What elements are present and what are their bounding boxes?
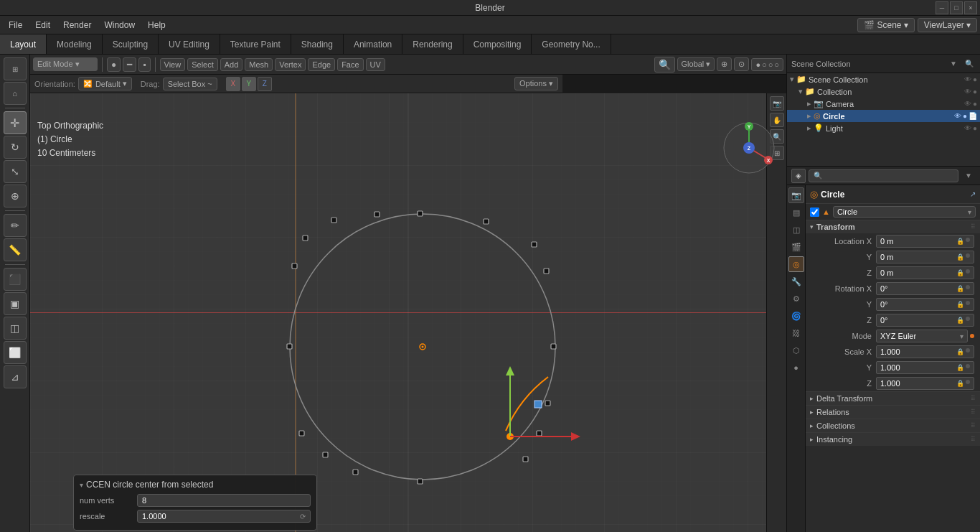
menu-window[interactable]: Window [98, 19, 141, 32]
camera-icon[interactable]: 📷 [770, 96, 784, 111]
properties-icon-btn[interactable]: ◈ [791, 169, 806, 183]
drag-dropdown[interactable]: Select Box ~ [163, 78, 217, 90]
minimize-button[interactable]: ─ [936, 1, 948, 14]
location-y-field[interactable]: 0 m 🔒 [876, 251, 974, 263]
view-mode-btn[interactable]: ⊞ [4, 57, 27, 80]
rotate-tool[interactable]: ↻ [4, 136, 27, 159]
scale-y-field[interactable]: 1.000 🔒 [876, 361, 974, 374]
relations-header[interactable]: ▸ Relations ⠿ [806, 406, 980, 419]
mesh-visibility-check[interactable] [810, 207, 819, 217]
viewport-shading[interactable]: 🔍 [654, 57, 675, 73]
tab-shading[interactable]: Shading [291, 34, 344, 54]
uv-menu[interactable]: UV [366, 58, 385, 71]
prop-view-layer-icon[interactable]: ◫ [788, 222, 804, 238]
properties-search[interactable]: 🔍 [809, 169, 958, 182]
location-z-field[interactable]: 0 m 🔒 [876, 266, 974, 279]
rotation-mode-dropdown[interactable]: XYZ Euler ▾ [876, 330, 968, 342]
bevel-tool[interactable]: ◫ [4, 317, 27, 340]
edit-mode-dropdown[interactable]: Edit Mode ▾ [33, 57, 98, 71]
menu-render[interactable]: Render [57, 19, 97, 32]
vertex-menu[interactable]: Vertex [275, 58, 306, 71]
num-verts-field[interactable]: 8 [137, 494, 311, 507]
tab-layout[interactable]: Layout [0, 34, 47, 54]
loop-cut-tool[interactable]: ⬜ [4, 341, 27, 364]
add-menu[interactable]: Add [220, 58, 243, 71]
vertex-select-btn[interactable]: ● [107, 57, 121, 72]
prop-object-icon[interactable]: ◎ [788, 256, 804, 272]
transform-header[interactable]: ▾ Transform ⠿ [806, 220, 980, 233]
tab-modeling[interactable]: Modeling [47, 34, 103, 54]
outliner-light[interactable]: ▸ 💡 Light 👁 ● [787, 122, 980, 134]
proportional-edit[interactable]: ⊙ [734, 57, 749, 71]
prop-physics-icon[interactable]: 🌀 [788, 308, 804, 324]
view-type-btn[interactable]: ⌂ [4, 82, 27, 105]
hand-icon[interactable]: ✋ [770, 113, 784, 127]
scale-tool[interactable]: ⤡ [4, 160, 27, 183]
tab-geometry-nodes[interactable]: Geometry No... [532, 34, 611, 54]
mesh-menu[interactable]: Mesh [245, 58, 273, 71]
delta-transform-header[interactable]: ▸ Delta Transform ⠿ [806, 392, 980, 405]
object-link-btn[interactable]: ↗ [970, 190, 976, 198]
outliner-filter-btn[interactable]: ▼ [947, 57, 960, 70]
menu-file[interactable]: File [3, 19, 28, 32]
scale-z-field[interactable]: 1.000 🔒 [876, 377, 974, 390]
rotation-x-field[interactable]: 0° 🔒 [876, 282, 974, 295]
menu-help[interactable]: Help [142, 19, 171, 32]
extrude-tool[interactable]: ⬛ [4, 268, 27, 291]
prop-output-icon[interactable]: ▤ [788, 205, 804, 220]
edge-select-btn[interactable]: ━ [123, 57, 136, 72]
grid-icon[interactable]: ⊞ [770, 146, 784, 160]
rotation-y-field[interactable]: 0° 🔒 [876, 298, 974, 311]
edge-menu[interactable]: Edge [308, 58, 335, 71]
scene-selector[interactable]: 🎬 Scene ▾ [857, 18, 915, 32]
viewport-display[interactable]: ●○○○ [751, 58, 783, 71]
z-toggle[interactable]: Z [258, 77, 272, 91]
measure-tool[interactable]: 📏 [4, 238, 27, 261]
outliner-collection[interactable]: ▾ 📁 Collection 👁 ● [787, 85, 980, 98]
outliner-scene-collection[interactable]: ▾ 📁 Scene Collection 👁 ● [787, 73, 980, 85]
annotate-tool[interactable]: ✏ [4, 214, 27, 237]
scale-x-field[interactable]: 1.000 🔒 [876, 345, 974, 358]
x-toggle[interactable]: X [226, 77, 240, 91]
properties-options-btn[interactable]: ▼ [961, 169, 976, 183]
face-select-btn[interactable]: ▪ [138, 57, 150, 72]
location-x-field[interactable]: 0 m 🔒 [876, 235, 974, 248]
view-menu[interactable]: View [160, 58, 186, 71]
instancing-header[interactable]: ▸ Instancing ⠿ [806, 433, 980, 446]
mesh-name-dropdown[interactable]: Circle ▾ [833, 206, 976, 218]
outliner-circle[interactable]: ▸ ◎ Circle 👁 ● 📄 [787, 110, 980, 122]
options-btn[interactable]: Options ▾ [514, 77, 558, 90]
rescale-field[interactable]: 1.0000 ⟳ [137, 510, 311, 523]
tab-texture-paint[interactable]: Texture Paint [220, 34, 291, 54]
prop-material-icon[interactable]: ● [788, 360, 804, 375]
transform-tool[interactable]: ⊕ [4, 185, 27, 207]
zoom-icon[interactable]: 🔍 [770, 129, 784, 144]
tab-rendering[interactable]: Rendering [402, 34, 463, 54]
orientation-dropdown[interactable]: 🔀 Default ▾ [78, 77, 132, 90]
y-toggle[interactable]: Y [242, 77, 256, 91]
prop-render-icon[interactable]: 📷 [788, 187, 804, 203]
prop-data-icon[interactable]: ⬡ [788, 342, 804, 358]
prop-constraints-icon[interactable]: ⛓ [788, 325, 804, 341]
menu-edit[interactable]: Edit [29, 19, 56, 32]
outliner-search-btn[interactable]: 🔍 [963, 57, 976, 70]
viewport-overlay[interactable]: Global ▾ [677, 57, 715, 71]
tab-sculpting[interactable]: Sculpting [103, 34, 159, 54]
inset-tool[interactable]: ▣ [4, 292, 27, 315]
maximize-button[interactable]: □ [950, 1, 963, 14]
collections-header[interactable]: ▸ Collections ⠿ [806, 419, 980, 432]
viewport[interactable]: Top Orthographic (1) Circle 10 Centimete… [30, 93, 786, 532]
tab-uv-editing[interactable]: UV Editing [159, 34, 220, 54]
tab-compositing[interactable]: Compositing [463, 34, 532, 54]
outliner-camera[interactable]: ▸ 📷 Camera 👁 ● [787, 98, 980, 110]
close-button[interactable]: × [964, 1, 977, 14]
tab-animation[interactable]: Animation [344, 34, 402, 54]
rotation-z-field[interactable]: 0° 🔒 [876, 314, 974, 327]
snap-toggle[interactable]: ⊕ [717, 57, 732, 71]
select-menu[interactable]: Select [187, 58, 218, 71]
prop-modifier-icon[interactable]: 🔧 [788, 274, 804, 289]
prop-scene-icon[interactable]: 🎬 [788, 239, 804, 255]
knife-tool[interactable]: ⊿ [4, 365, 27, 388]
face-menu[interactable]: Face [337, 58, 363, 71]
prop-particles-icon[interactable]: ⚙ [788, 291, 804, 307]
